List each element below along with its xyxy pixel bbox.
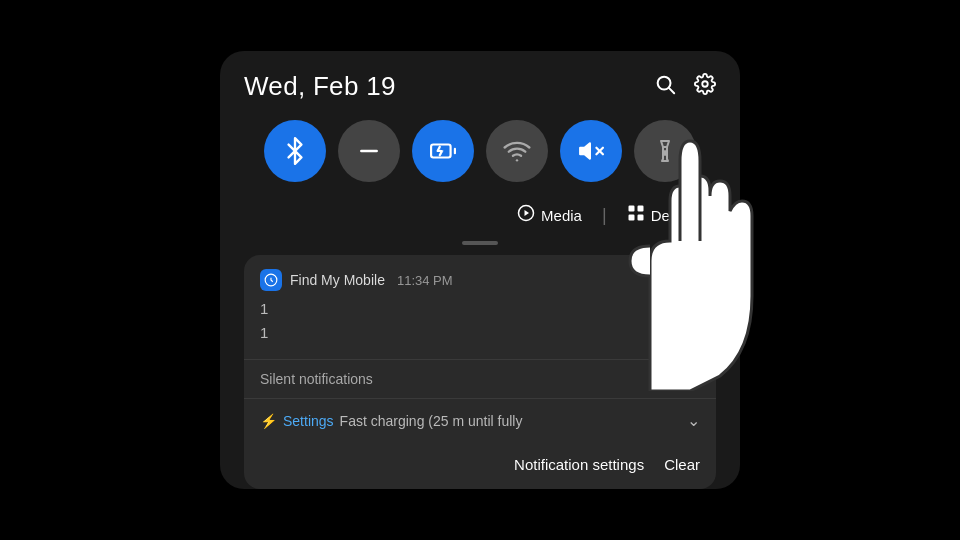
flashlight-toggle[interactable] [634,120,696,182]
clear-button[interactable]: Clear [664,456,700,473]
notif-line2: 1 [260,321,700,345]
svg-line-1 [669,88,674,93]
settings-icon[interactable] [694,73,716,101]
svg-marker-12 [525,210,530,216]
dnd-toggle[interactable] [338,120,400,182]
lightning-icon: ⚡ [260,413,277,429]
drag-handle [462,241,498,245]
settings-link[interactable]: Settings [283,413,334,429]
app-name: Find My Mobile [290,272,385,288]
devices-button[interactable]: Devices [619,200,712,231]
header-row: Wed, Feb 19 [244,71,716,102]
bluetooth-toggle[interactable] [264,120,326,182]
notif-time: 11:34 PM [397,273,453,288]
wifi-toggle[interactable] [486,120,548,182]
silent-notifications-section: Silent notifications [244,360,716,399]
notification-panel: Find My Mobile 11:34 PM 1 1 Silent notif… [244,255,716,489]
devices-label: Devices [651,207,704,224]
phone-panel: Wed, Feb 19 [220,51,740,489]
media-devices-row: Media | Devices [244,200,716,231]
media-label: Media [541,207,582,224]
app-icon [260,269,282,291]
notif-line1: 1 [260,297,700,321]
notif-header: Find My Mobile 11:34 PM [260,269,700,291]
devices-icon [627,204,645,227]
media-button[interactable]: Media [509,200,590,231]
charging-text: Fast charging (25 m until fully [340,413,523,429]
svg-marker-7 [580,143,590,158]
bottom-actions: Notification settings Clear [244,442,716,489]
header-icons [654,73,716,101]
mute-toggle[interactable] [560,120,622,182]
svg-point-2 [702,81,708,87]
media-play-icon [517,204,535,227]
settings-charging-row[interactable]: ⚡ Settings Fast charging (25 m until ful… [244,399,716,442]
quick-settings-row [244,120,716,182]
svg-rect-16 [637,215,643,221]
svg-rect-13 [628,206,634,212]
svg-rect-14 [637,206,643,212]
chevron-down-icon[interactable]: ⌄ [687,411,700,430]
notification-settings-button[interactable]: Notification settings [514,456,644,473]
date-text: Wed, Feb 19 [244,71,396,102]
silent-label: Silent notifications [260,371,373,387]
separator: | [602,205,607,226]
battery-toggle[interactable] [412,120,474,182]
find-my-mobile-notification[interactable]: Find My Mobile 11:34 PM 1 1 [244,255,716,360]
notif-body: 1 1 [260,297,700,345]
search-icon[interactable] [654,73,676,101]
svg-rect-15 [628,215,634,221]
